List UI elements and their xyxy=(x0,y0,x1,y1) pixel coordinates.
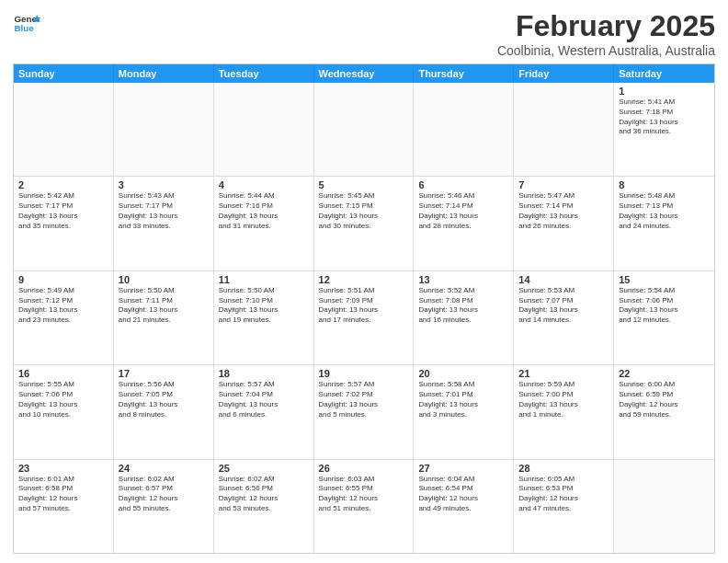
cell-text-line: Daylight: 13 hours xyxy=(418,400,508,410)
cell-text-line: Sunrise: 6:01 AM xyxy=(18,475,108,485)
day-number: 14 xyxy=(518,274,609,285)
cal-cell-r2-c5: 6Sunrise: 5:46 AMSunset: 7:14 PMDaylight… xyxy=(414,177,514,270)
cell-text-line: and 24 minutes. xyxy=(619,222,710,232)
cell-text-line: Sunset: 6:58 PM xyxy=(18,484,108,494)
cal-cell-r3-c6: 14Sunrise: 5:53 AMSunset: 7:07 PMDayligh… xyxy=(514,271,614,364)
day-number: 22 xyxy=(619,368,710,379)
cell-text-line: Sunset: 7:08 PM xyxy=(418,296,508,306)
cell-text-line: Sunset: 7:17 PM xyxy=(18,201,108,212)
cell-text-line: Daylight: 13 hours xyxy=(219,212,309,222)
cal-cell-r5-c3: 25Sunrise: 6:02 AMSunset: 6:56 PMDayligh… xyxy=(214,460,314,553)
cell-text-line: Sunset: 6:55 PM xyxy=(319,484,409,494)
cell-text-line: Daylight: 13 hours xyxy=(619,118,710,128)
cal-cell-r4-c1: 16Sunrise: 5:55 AMSunset: 7:06 PMDayligh… xyxy=(14,365,114,458)
day-number: 17 xyxy=(119,368,209,379)
header-monday: Monday xyxy=(114,64,214,83)
main-title: February 2025 xyxy=(497,9,715,43)
day-number: 27 xyxy=(418,463,508,474)
day-number: 12 xyxy=(319,274,409,285)
header-thursday: Thursday xyxy=(414,64,514,83)
day-number: 3 xyxy=(119,179,209,190)
cell-text-line: Daylight: 13 hours xyxy=(518,212,609,222)
cal-cell-r4-c4: 19Sunrise: 5:57 AMSunset: 7:02 PMDayligh… xyxy=(314,365,415,458)
cell-text-line: Daylight: 12 hours xyxy=(119,494,209,504)
day-number: 5 xyxy=(319,179,409,190)
cell-text-line: Daylight: 13 hours xyxy=(119,400,209,410)
day-number: 4 xyxy=(219,179,309,190)
cell-text-line: Daylight: 13 hours xyxy=(18,305,108,316)
cell-text-line: Sunrise: 5:51 AM xyxy=(319,286,409,296)
day-number: 19 xyxy=(319,368,409,379)
header-friday: Friday xyxy=(514,64,614,83)
cell-text-line: Sunrise: 6:03 AM xyxy=(319,475,409,485)
cell-text-line: Sunrise: 5:42 AM xyxy=(18,191,108,201)
cell-text-line: Sunrise: 5:55 AM xyxy=(18,380,108,390)
cal-cell-r5-c1: 23Sunrise: 6:01 AMSunset: 6:58 PMDayligh… xyxy=(14,460,114,553)
cell-text-line: Sunset: 7:11 PM xyxy=(119,296,209,306)
day-number: 7 xyxy=(518,179,609,190)
cell-text-line: and 26 minutes. xyxy=(518,222,609,232)
cal-cell-r1-c4 xyxy=(314,83,415,176)
cell-text-line: Sunset: 7:04 PM xyxy=(219,390,309,400)
cell-text-line: Sunrise: 6:02 AM xyxy=(119,475,209,485)
cell-text-line: and 16 minutes. xyxy=(418,316,508,326)
cell-text-line: Daylight: 13 hours xyxy=(119,305,209,316)
cal-cell-r1-c2 xyxy=(114,83,214,176)
cell-text-line: Daylight: 12 hours xyxy=(18,494,108,504)
day-number: 26 xyxy=(319,463,409,474)
cell-text-line: and 53 minutes. xyxy=(219,504,309,514)
cal-cell-r3-c2: 10Sunrise: 5:50 AMSunset: 7:11 PMDayligh… xyxy=(114,271,214,364)
subtitle: Coolbinia, Western Australia, Australia xyxy=(497,43,715,58)
cell-text-line: and 5 minutes. xyxy=(319,410,409,420)
cell-text-line: Daylight: 13 hours xyxy=(219,400,309,410)
day-number: 25 xyxy=(219,463,309,474)
cal-cell-r2-c4: 5Sunrise: 5:45 AMSunset: 7:15 PMDaylight… xyxy=(314,177,415,270)
cell-text-line: Daylight: 13 hours xyxy=(619,305,710,316)
cell-text-line: Sunrise: 5:47 AM xyxy=(518,191,609,201)
cal-cell-r2-c2: 3Sunrise: 5:43 AMSunset: 7:17 PMDaylight… xyxy=(114,177,214,270)
cell-text-line: Sunset: 7:15 PM xyxy=(319,201,409,212)
cell-text-line: Sunrise: 5:46 AM xyxy=(418,191,508,201)
cell-text-line: Sunrise: 5:57 AM xyxy=(319,380,409,390)
cell-text-line: Sunrise: 5:54 AM xyxy=(619,286,710,296)
cell-text-line: and 59 minutes. xyxy=(619,410,710,420)
cal-cell-r1-c1 xyxy=(14,83,114,176)
cal-cell-r3-c4: 12Sunrise: 5:51 AMSunset: 7:09 PMDayligh… xyxy=(314,271,415,364)
day-number: 23 xyxy=(18,463,108,474)
cell-text-line: Daylight: 13 hours xyxy=(418,305,508,316)
cell-text-line: Sunset: 7:00 PM xyxy=(518,390,609,400)
cal-cell-r2-c1: 2Sunrise: 5:42 AMSunset: 7:17 PMDaylight… xyxy=(14,177,114,270)
cell-text-line: Daylight: 12 hours xyxy=(518,494,609,504)
cell-text-line: Sunset: 7:06 PM xyxy=(619,296,710,306)
cell-text-line: Sunset: 6:57 PM xyxy=(119,484,209,494)
cal-cell-r5-c6: 28Sunrise: 6:05 AMSunset: 6:53 PMDayligh… xyxy=(514,460,614,553)
cell-text-line: Sunset: 7:06 PM xyxy=(18,390,108,400)
cal-cell-r1-c3 xyxy=(214,83,314,176)
cell-text-line: Sunrise: 6:04 AM xyxy=(418,475,508,485)
title-block: February 2025 Coolbinia, Western Austral… xyxy=(497,9,715,58)
cal-row-3: 9Sunrise: 5:49 AMSunset: 7:12 PMDaylight… xyxy=(14,271,714,365)
cell-text-line: Sunset: 7:12 PM xyxy=(18,296,108,306)
cell-text-line: and 55 minutes. xyxy=(119,504,209,514)
cell-text-line: Sunset: 6:59 PM xyxy=(619,390,710,400)
cell-text-line: Sunrise: 5:41 AM xyxy=(619,98,710,108)
day-number: 8 xyxy=(619,179,710,190)
cell-text-line: Sunrise: 5:43 AM xyxy=(119,191,209,201)
cell-text-line: and 14 minutes. xyxy=(518,316,609,326)
cal-cell-r1-c5 xyxy=(414,83,514,176)
header-sunday: Sunday xyxy=(14,64,114,83)
header: General Blue February 2025 Coolbinia, We… xyxy=(13,9,715,58)
cell-text-line: Daylight: 13 hours xyxy=(319,305,409,316)
cal-cell-r3-c3: 11Sunrise: 5:50 AMSunset: 7:10 PMDayligh… xyxy=(214,271,314,364)
cell-text-line: Sunset: 6:56 PM xyxy=(219,484,309,494)
cal-cell-r1-c7: 1Sunrise: 5:41 AMSunset: 7:18 PMDaylight… xyxy=(614,83,714,176)
cell-text-line: and 21 minutes. xyxy=(119,316,209,326)
cal-cell-r5-c4: 26Sunrise: 6:03 AMSunset: 6:55 PMDayligh… xyxy=(314,460,415,553)
day-number: 2 xyxy=(18,179,108,190)
cell-text-line: and 8 minutes. xyxy=(119,410,209,420)
day-number: 21 xyxy=(518,368,609,379)
cell-text-line: Sunrise: 5:57 AM xyxy=(219,380,309,390)
cell-text-line: Daylight: 13 hours xyxy=(418,212,508,222)
logo-icon: General Blue xyxy=(13,9,40,37)
cal-cell-r4-c2: 17Sunrise: 5:56 AMSunset: 7:05 PMDayligh… xyxy=(114,365,214,458)
